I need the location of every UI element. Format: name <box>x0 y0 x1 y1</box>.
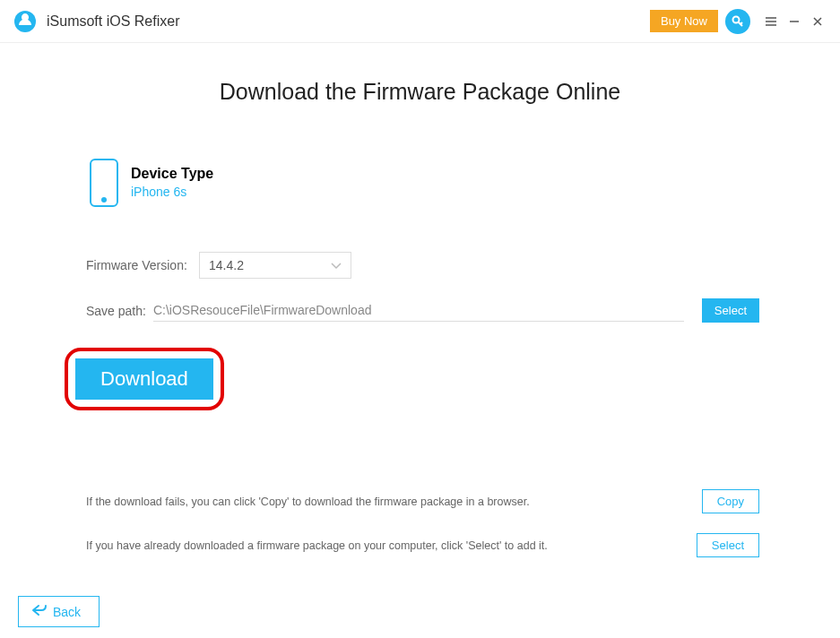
copy-button[interactable]: Copy <box>702 489 759 513</box>
select-path-button[interactable]: Select <box>702 298 759 323</box>
download-button[interactable]: Download <box>75 358 213 400</box>
back-arrow-icon <box>31 604 48 619</box>
buy-now-button[interactable]: Buy Now <box>650 10 718 32</box>
menu-icon[interactable] <box>759 10 783 33</box>
close-button[interactable] <box>806 10 829 33</box>
firmware-label: Firmware Version: <box>86 258 199 272</box>
back-button[interactable]: Back <box>18 596 100 627</box>
device-info: Device Type iPhone 6s <box>81 159 759 207</box>
download-wrap: Download <box>75 358 213 400</box>
chevron-down-icon <box>331 258 342 272</box>
firmware-row: Firmware Version: 14.4.2 <box>81 252 759 279</box>
hint-select-row: If you have already downloaded a firmwar… <box>86 533 759 557</box>
page-title: Download the Firmware Package Online <box>81 79 759 105</box>
main-content: Download the Firmware Package Online Dev… <box>0 43 840 557</box>
device-type-label: Device Type <box>131 164 213 184</box>
firmware-version-select[interactable]: 14.4.2 <box>199 252 351 279</box>
save-path-value: C:\iOSResouceFile\FirmwareDownload <box>153 299 684 322</box>
key-icon[interactable] <box>725 9 750 34</box>
app-logo-icon <box>13 9 38 34</box>
app-title: iSumsoft iOS Refixer <box>47 13 179 30</box>
titlebar: iSumsoft iOS Refixer Buy Now <box>0 0 840 43</box>
hint-copy-row: If the download fails, you can click 'Co… <box>86 489 759 513</box>
back-label: Back <box>53 605 81 619</box>
hint-select-text: If you have already downloaded a firmwar… <box>86 539 548 552</box>
minimize-button[interactable] <box>783 10 806 33</box>
hint-copy-text: If the download fails, you can click 'Co… <box>86 496 530 508</box>
save-path-row: Save path: C:\iOSResouceFile\FirmwareDow… <box>81 298 759 323</box>
firmware-selected-value: 14.4.2 <box>209 258 244 272</box>
select-local-button[interactable]: Select <box>697 533 759 557</box>
phone-icon <box>90 159 118 207</box>
hints: If the download fails, you can click 'Co… <box>81 489 759 557</box>
save-path-label: Save path: <box>86 304 146 318</box>
device-name: iPhone 6s <box>131 184 213 202</box>
